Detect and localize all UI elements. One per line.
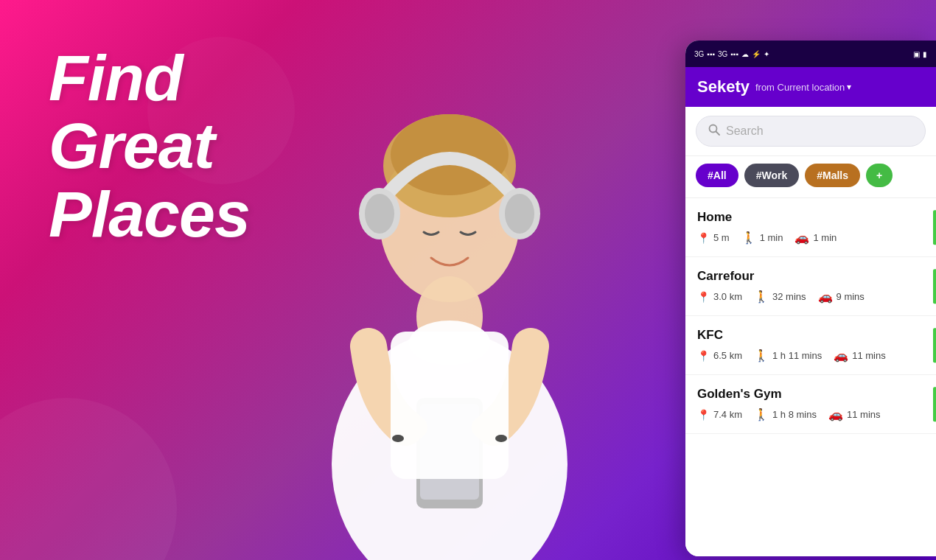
stat-car-goldens-gym: 🚗 11 mins (828, 407, 881, 421)
search-placeholder[interactable]: Search (726, 125, 764, 138)
hero-line2: Great (49, 112, 250, 180)
car-home: 1 min (813, 232, 837, 243)
place-name-home: Home (697, 210, 924, 225)
place-stats-kfc: 📍 6.5 km 🚶 1 h 11 mins 🚗 11 mins (697, 349, 924, 363)
place-list: Home 📍 5 m 🚶 1 min 🚗 1 min Carrefour (685, 198, 936, 556)
distance-home: 5 m (713, 232, 730, 243)
pin-icon-carrefour: 📍 (697, 291, 710, 303)
car-icon-goldens-gym: 🚗 (828, 407, 843, 421)
stat-car-kfc: 🚗 11 mins (834, 349, 886, 363)
stat-distance-home: 📍 5 m (697, 232, 730, 244)
status-signal2: 3G (718, 50, 727, 58)
place-name-carrefour: Carrefour (697, 269, 924, 284)
place-name-kfc: KFC (697, 328, 924, 343)
stat-walk-kfc: 🚶 1 h 11 mins (754, 349, 822, 363)
stat-distance-goldens-gym: 📍 7.4 km (697, 409, 742, 421)
place-stats-home: 📍 5 m 🚶 1 min 🚗 1 min (697, 231, 924, 245)
pin-icon-goldens-gym: 📍 (697, 409, 710, 421)
status-wifi: ☁ (741, 50, 749, 58)
filter-tags: #All #Work #Malls + (685, 156, 936, 198)
tag-all[interactable]: #All (696, 164, 738, 187)
app-header: Sekety from Current location ▾ (685, 67, 936, 107)
car-goldens-gym: 11 mins (847, 409, 881, 420)
hero-line1: Find (49, 44, 250, 112)
pin-icon-kfc: 📍 (697, 350, 710, 362)
distance-goldens-gym: 7.4 km (713, 409, 742, 420)
status-bar: 3G ▪▪▪ 3G ▪▪▪ ☁ ⚡ ✦ ▣ ▮ (685, 41, 936, 67)
pin-icon: 📍 (697, 232, 710, 244)
status-signal: 3G (694, 50, 704, 58)
search-container: Search (685, 107, 936, 156)
tag-work[interactable]: #Work (744, 164, 800, 187)
stat-walk-home: 🚶 1 min (741, 231, 783, 245)
app-title: Sekety (697, 77, 750, 97)
stat-distance-kfc: 📍 6.5 km (697, 350, 742, 362)
status-signal-dots: ▪▪▪ (707, 50, 715, 58)
place-item-goldens-gym[interactable]: Golden's Gym 📍 7.4 km 🚶 1 h 8 mins 🚗 11 … (685, 375, 936, 434)
svg-line-18 (716, 132, 720, 136)
phone-panel: 3G ▪▪▪ 3G ▪▪▪ ☁ ⚡ ✦ ▣ ▮ Sekety from Curr… (685, 41, 936, 556)
place-item-carrefour[interactable]: Carrefour 📍 3.0 km 🚶 32 mins 🚗 9 mins (685, 257, 936, 316)
tag-malls[interactable]: #Malls (805, 164, 860, 187)
walk-icon: 🚶 (741, 231, 756, 245)
place-item-home[interactable]: Home 📍 5 m 🚶 1 min 🚗 1 min (685, 198, 936, 257)
car-icon: 🚗 (794, 231, 809, 245)
walk-icon-goldens-gym: 🚶 (754, 407, 769, 421)
search-icon (708, 124, 720, 139)
stat-distance-carrefour: 📍 3.0 km (697, 291, 742, 303)
place-stats-carrefour: 📍 3.0 km 🚶 32 mins 🚗 9 mins (697, 290, 924, 304)
walk-kfc: 1 h 11 mins (772, 350, 822, 361)
chevron-down-icon[interactable]: ▾ (847, 82, 851, 92)
stat-car-home: 🚗 1 min (794, 231, 837, 245)
walk-carrefour: 32 mins (772, 291, 806, 302)
stat-walk-carrefour: 🚶 32 mins (754, 290, 806, 304)
place-item-kfc[interactable]: KFC 📍 6.5 km 🚶 1 h 11 mins 🚗 11 mins (685, 316, 936, 375)
tag-more[interactable]: + (866, 164, 893, 187)
status-battery: ▮ (923, 50, 927, 58)
car-carrefour: 9 mins (837, 291, 865, 302)
walk-goldens-gym: 1 h 8 mins (772, 409, 817, 420)
status-usb: ⚡ (752, 50, 761, 58)
walk-icon-carrefour: 🚶 (754, 290, 769, 304)
car-icon-carrefour: 🚗 (818, 290, 833, 304)
status-cast: ▣ (913, 50, 920, 58)
walk-home: 1 min (760, 232, 783, 243)
walk-icon-kfc: 🚶 (754, 349, 769, 363)
distance-kfc: 6.5 km (713, 350, 742, 361)
car-kfc: 11 mins (852, 350, 886, 361)
status-signal2-dots: ▪▪▪ (730, 50, 738, 58)
status-bar-left: 3G ▪▪▪ 3G ▪▪▪ ☁ ⚡ ✦ (694, 50, 769, 58)
stat-walk-goldens-gym: 🚶 1 h 8 mins (754, 407, 817, 421)
status-bar-right: ▣ ▮ (913, 50, 927, 58)
status-plus: ✦ (764, 50, 769, 58)
hero-line3: Places (49, 181, 250, 248)
car-icon-kfc: 🚗 (834, 349, 848, 363)
place-name-goldens-gym: Golden's Gym (697, 387, 924, 402)
distance-carrefour: 3.0 km (713, 291, 742, 302)
stat-car-carrefour: 🚗 9 mins (818, 290, 865, 304)
search-bar[interactable]: Search (696, 116, 926, 147)
place-stats-goldens-gym: 📍 7.4 km 🚶 1 h 8 mins 🚗 11 mins (697, 407, 924, 421)
location-text: from Current location (755, 82, 845, 93)
location-label[interactable]: from Current location ▾ (755, 82, 851, 93)
hero-text: Find Great Places (49, 44, 250, 248)
